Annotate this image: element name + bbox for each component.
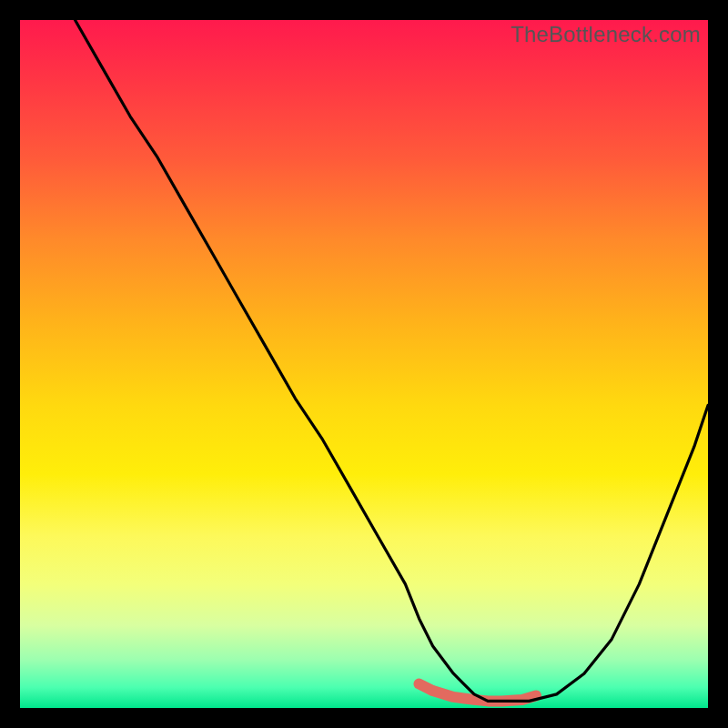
chart-svg [20, 20, 708, 708]
plot-area: TheBottleneck.com [20, 20, 708, 708]
optimal-range-highlight [420, 684, 537, 702]
bottleneck-curve [76, 20, 709, 701]
chart-frame: TheBottleneck.com [0, 0, 728, 728]
